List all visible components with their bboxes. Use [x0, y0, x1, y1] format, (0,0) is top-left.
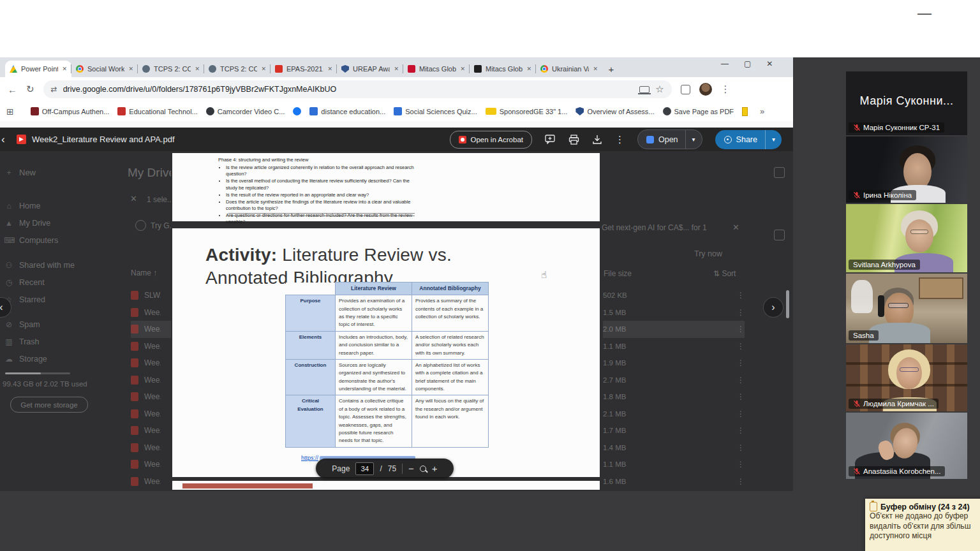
drive-file-size-row: 1.5 MB⋮	[603, 304, 745, 321]
pdf-file-icon	[17, 135, 26, 144]
active-name-display: Марія Суконни...	[846, 94, 967, 108]
new-tab-button[interactable]: +	[602, 61, 620, 77]
row-menu-icon: ⋮	[737, 426, 745, 435]
add-comment-icon[interactable]	[545, 135, 556, 144]
notification-text: видаліть об'єкти для збільш	[870, 522, 980, 532]
browser-minimize-button[interactable]: —	[721, 59, 729, 68]
drive-file-row: Wee...	[131, 473, 171, 490]
drive-file-row: SLW...	[131, 287, 171, 304]
participant-tile-maria[interactable]: Марія Суконни... Марія Суконник СР-31	[846, 71, 967, 135]
tab-close-icon[interactable]: ✕	[593, 66, 598, 72]
site-info-icon[interactable]: ⇄	[51, 85, 57, 94]
pdf-file-icon	[131, 325, 138, 334]
bookmark-item[interactable]: distance education...	[309, 107, 385, 115]
tab-epas[interactable]: EPAS-2021.p ✕	[271, 61, 337, 77]
participant-tile-iryna[interactable]: Ірина Ніколіна	[846, 136, 967, 203]
address-bar[interactable]: ⇄ drive.google.com/drive/u/0/folders/178…	[43, 80, 672, 98]
tab-tcps-1[interactable]: TCPS 2: COR ✕	[138, 61, 204, 77]
open-with-button[interactable]: Open ▾	[637, 129, 702, 149]
browser-menu-icon[interactable]: ⋮	[721, 84, 731, 95]
bookmark-item[interactable]: Save Page as PDF	[663, 107, 734, 115]
drive-file-size-row: 1.1 MB⋮	[603, 338, 745, 355]
bookmark-star-icon[interactable]: ☆	[655, 84, 664, 95]
participant-tile-sasha[interactable]: Sasha	[846, 274, 967, 343]
url-text[interactable]: drive.google.com/drive/u/0/folders/17876…	[63, 85, 634, 94]
participant-name-label: Sasha	[849, 330, 879, 341]
zoom-in-button[interactable]: +	[432, 463, 438, 474]
row-menu-icon: ⋮	[737, 460, 745, 469]
tab-close-icon[interactable]: ✕	[128, 66, 133, 72]
bookmark-item[interactable]: Off-Campus Authen...	[31, 107, 110, 115]
open-with-dropdown[interactable]: ▾	[686, 130, 702, 149]
drive-file-size-row: 1.4 MB⋮	[603, 439, 745, 457]
bookmark-item[interactable]: Social Sciences Quiz...	[394, 107, 477, 115]
clipboard-notification[interactable]: Буфер обміну (24 з 24) Об'єкт не додано …	[865, 499, 980, 551]
bookmark-item[interactable]: Camcorder Video C...	[206, 107, 285, 115]
bookmark-item[interactable]: Educational Technol...	[117, 107, 197, 115]
page-number-input[interactable]: 34	[355, 462, 374, 475]
bookmark-item[interactable]: Overview of Assess...	[575, 107, 654, 115]
participant-tile-svitlana[interactable]: Svitlana Arkhypova	[846, 204, 967, 272]
tab-ukrainian[interactable]: Ukrainian Va ✕	[536, 61, 602, 77]
reload-icon[interactable]: ↻	[26, 84, 34, 95]
clear-selection-icon: ✕	[130, 194, 137, 203]
row-menu-icon: ⋮	[737, 392, 745, 401]
bookmarks-overflow-icon[interactable]: »	[760, 107, 764, 116]
participant-name-label: Svitlana Arkhypova	[849, 260, 920, 270]
drive-page-title: My Drive	[128, 166, 171, 180]
participant-tile-liudmyla[interactable]: Людмила Кримчак ...	[846, 344, 967, 411]
download-icon[interactable]	[592, 135, 602, 145]
table-row: Purpose Provides an examination of a col…	[286, 295, 489, 332]
bookmark-facebook[interactable]	[293, 107, 301, 115]
more-actions-icon[interactable]: ⋮	[615, 134, 625, 145]
file-name: Wee...	[144, 460, 161, 469]
open-in-acrobat-button[interactable]: Open in Acrobat	[450, 131, 532, 149]
file-name: Wee...	[144, 308, 161, 317]
tab-close-icon[interactable]: ✕	[62, 66, 67, 72]
apps-grid-icon[interactable]: ⊞	[6, 107, 14, 117]
print-icon[interactable]	[568, 135, 579, 145]
drive-file-size-row: 1.9 MB⋮	[603, 355, 745, 372]
send-to-devices-icon[interactable]	[639, 86, 650, 93]
facebook-icon	[293, 107, 301, 115]
bookmark-item[interactable]: SponsoredGE 33" 1...	[486, 108, 568, 115]
name-column-header: Name ↑	[131, 268, 157, 277]
clock-icon: ◷	[4, 278, 14, 287]
drive-file-row: Wee...	[131, 456, 171, 473]
tab-close-icon[interactable]: ✕	[195, 66, 200, 72]
file-name: Wee...	[144, 392, 161, 401]
acrobat-icon	[459, 136, 466, 143]
share-main[interactable]: Share	[715, 130, 765, 149]
open-with-main[interactable]: Open	[638, 130, 685, 149]
browser-maximize-button[interactable]: ▢	[744, 59, 751, 68]
tab-close-icon[interactable]: ✕	[526, 66, 531, 72]
tab-tcps-2[interactable]: TCPS 2: COR ✕	[204, 61, 271, 77]
scrollbar-thumb[interactable]	[786, 290, 789, 318]
tab-mitacs-2[interactable]: Mitacs Glob ✕	[470, 61, 536, 77]
tab-close-icon[interactable]: ✕	[261, 66, 266, 72]
computers-icon: ⌨	[4, 236, 14, 245]
profile-avatar[interactable]	[699, 83, 712, 96]
tab-power-point[interactable]: Power Point ✕	[5, 61, 71, 77]
tab-close-icon[interactable]: ✕	[460, 66, 465, 72]
back-icon[interactable]: ←	[8, 84, 17, 95]
extensions-icon[interactable]	[681, 85, 690, 94]
zoom-lens-icon[interactable]	[420, 466, 426, 472]
share-dropdown[interactable]: ▾	[766, 130, 782, 149]
next-file-button[interactable]: ›	[763, 297, 783, 318]
sidebar-item-shared: ⚇Shared with me	[4, 261, 75, 270]
tab-social-work[interactable]: Social Work ✕	[71, 61, 138, 77]
participant-name-label: Ірина Ніколіна	[849, 190, 916, 200]
browser-close-button[interactable]: ✕	[766, 59, 773, 68]
participant-name-label: Людмила Кримчак ...	[849, 399, 939, 409]
preview-back-icon[interactable]: ‹	[1, 133, 11, 146]
participant-tile-anastasiia[interactable]: Anastasiia Korobchen...	[846, 413, 967, 479]
bookmark-yellow-doc[interactable]	[742, 107, 748, 116]
zoom-out-button[interactable]: −	[408, 463, 414, 474]
tab-close-icon[interactable]: ✕	[327, 66, 332, 72]
window-minimize-button[interactable]: —	[917, 5, 932, 22]
tab-ureap[interactable]: UREAP Awar ✕	[337, 61, 403, 77]
share-button[interactable]: Share ▾	[715, 130, 782, 149]
tab-mitacs-1[interactable]: Mitacs Glob ✕	[403, 61, 470, 77]
tab-close-icon[interactable]: ✕	[394, 66, 399, 72]
